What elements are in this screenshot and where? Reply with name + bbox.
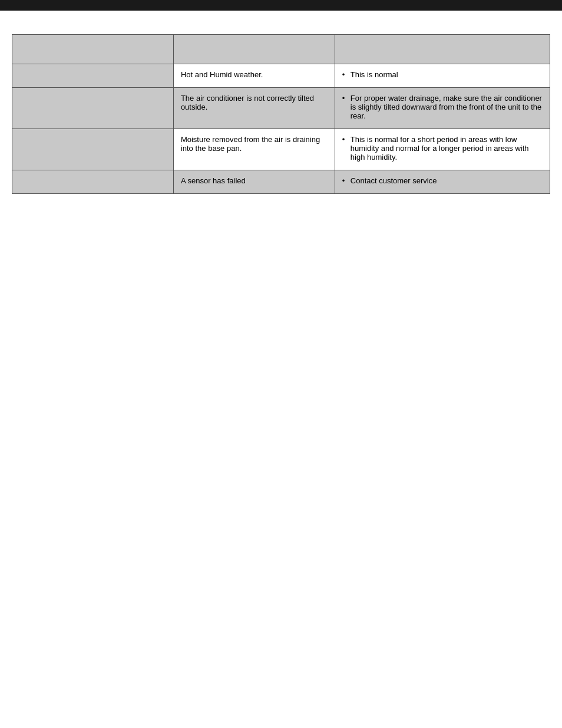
cell-symptom-2 <box>12 88 174 129</box>
header-bar <box>0 0 562 11</box>
remedy-item: For proper water drainage, make sure the… <box>342 94 543 120</box>
page-content: Hot and Humid weather. This is normal Th… <box>0 11 562 206</box>
cell-cause-2: The air conditioner is not correctly til… <box>173 88 335 129</box>
cell-remedy-4: Contact customer service <box>335 170 550 194</box>
cell-remedy-3: This is normal for a short period in are… <box>335 129 550 170</box>
cell-cause-4: A sensor has failed <box>173 170 335 194</box>
cell-remedy-1: This is normal <box>335 64 550 88</box>
remedy-item: Contact customer service <box>342 176 543 185</box>
header-symptom <box>12 35 174 64</box>
table-header-row <box>12 35 550 64</box>
cell-symptom-3 <box>12 129 174 170</box>
header-cause <box>173 35 335 64</box>
table-row: A sensor has failed Contact customer ser… <box>12 170 550 194</box>
cell-symptom-1 <box>12 64 174 88</box>
table-row: The air conditioner is not correctly til… <box>12 88 550 129</box>
troubleshooting-table: Hot and Humid weather. This is normal Th… <box>12 34 550 194</box>
table-row: Hot and Humid weather. This is normal <box>12 64 550 88</box>
table-row: Moisture removed from the air is drainin… <box>12 129 550 170</box>
remedy-item: This is normal for a short period in are… <box>342 135 543 162</box>
cell-remedy-2: For proper water drainage, make sure the… <box>335 88 550 129</box>
cell-symptom-4 <box>12 170 174 194</box>
remedy-item: This is normal <box>342 70 543 79</box>
cell-cause-1: Hot and Humid weather. <box>173 64 335 88</box>
header-remedy <box>335 35 550 64</box>
cell-cause-3: Moisture removed from the air is drainin… <box>173 129 335 170</box>
